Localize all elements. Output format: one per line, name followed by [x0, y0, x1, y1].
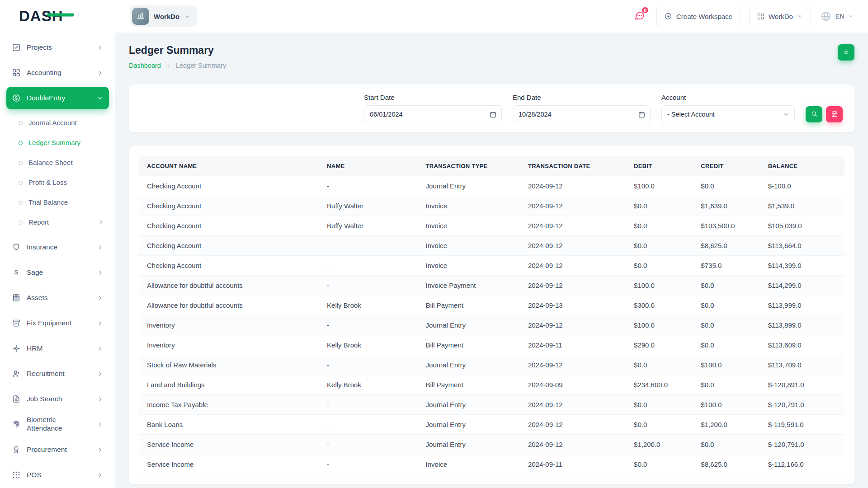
table-cell: Checking Account [139, 196, 319, 216]
table-cell: - [319, 395, 418, 415]
sidebar-subitem-trial-balance[interactable]: Trial Balance [6, 192, 109, 212]
page-header: Ledger Summary Dashboard Ledger Summary [129, 44, 854, 69]
table-cell: $0.0 [626, 415, 693, 435]
table-cell: Journal Entry [418, 315, 520, 335]
chevron-right-icon [97, 371, 104, 377]
end-date-input[interactable] [513, 105, 651, 123]
table-cell: $0.0 [693, 176, 760, 196]
chevron-right-icon [97, 269, 104, 276]
account-field: Account - Select Account [661, 94, 795, 123]
table-cell: Bill Payment [418, 335, 520, 355]
chevron-right-icon [97, 295, 104, 301]
table-head: ACCOUNT NAMENAMETRANSACTION TYPETRANSACT… [139, 156, 844, 176]
sidebar-item-doubleentry[interactable]: DoubleEntry [6, 87, 109, 109]
sidebar-item-biometric-attendance[interactable]: Biometric Attendance [6, 413, 109, 436]
chevron-right-icon [97, 320, 104, 327]
breadcrumb: Dashboard Ledger Summary [129, 62, 226, 69]
table-cell: Invoice [418, 196, 520, 216]
table-cell: $1,200.0 [693, 415, 760, 435]
workspace-menu-button[interactable]: WorkDo [749, 7, 811, 26]
table-cell: $-120,791.0 [760, 395, 844, 415]
chevron-right-icon [97, 70, 104, 76]
table-cell: $113,609.0 [760, 335, 844, 355]
table-cell: $105,039.0 [760, 216, 844, 236]
account-select[interactable]: - Select Account [662, 111, 794, 118]
table-cell: Allowance for doubtful accounts [139, 276, 319, 296]
sidebar-item-procurement[interactable]: Procurement [6, 438, 109, 461]
table-cell: - [319, 276, 418, 296]
download-icon [842, 48, 850, 57]
page-title: Ledger Summary [129, 44, 226, 56]
table-row: Income Tax Payable-Journal Entry2024-09-… [139, 395, 844, 415]
sidebar-item-sage[interactable]: Sage [6, 261, 109, 284]
sidebar-item-assets[interactable]: Assets [6, 286, 109, 309]
table-cell: Kelly Brook [319, 335, 418, 355]
table-cell: $0.0 [626, 216, 693, 236]
table-cell: - [319, 176, 418, 196]
table-row: Checking Account-Journal Entry2024-09-12… [139, 176, 844, 196]
table-cell: $114,299.0 [760, 276, 844, 296]
sidebar-subitem-report[interactable]: Report [6, 212, 109, 232]
table-cell: 2024-09-11 [520, 335, 626, 355]
table-cell: Buffy Walter [319, 216, 418, 236]
table-cell: 2024-09-11 [520, 455, 626, 474]
table-cell: $100.0 [693, 395, 760, 415]
table-cell: $113,999.0 [760, 296, 844, 315]
table-cell: $114,399.0 [760, 256, 844, 276]
table-cell: $0.0 [626, 236, 693, 256]
sidebar-subitem-ledger-summary[interactable]: Ledger Summary [6, 133, 109, 153]
sidebar-item-insurance[interactable]: Insurance [6, 236, 109, 258]
workspace-switcher[interactable]: WorkDo [130, 5, 197, 27]
apply-filter-button[interactable] [806, 106, 822, 122]
table-cell: $100.0 [626, 276, 693, 296]
start-date-input[interactable] [364, 105, 502, 123]
table-cell: $113,899.0 [760, 315, 844, 335]
page-title-block: Ledger Summary Dashboard Ledger Summary [129, 44, 226, 69]
download-button[interactable] [838, 44, 854, 61]
sidebar-item-label: Sage [27, 268, 91, 277]
table-cell: $-120,791.0 [760, 435, 844, 455]
sidebar-item-projects[interactable]: Projects [6, 36, 109, 59]
sidebar-item-accounting[interactable]: Accounting [6, 61, 109, 84]
end-date-field: End Date [513, 94, 651, 123]
create-workspace-button[interactable]: Create Workspace [656, 7, 740, 26]
workspace-icon [132, 8, 149, 25]
column-header-credit: CREDIT [693, 156, 760, 176]
reset-filter-button[interactable] [826, 106, 843, 122]
messages-button[interactable]: 0 [632, 9, 647, 24]
table-cell: $735.0 [693, 256, 760, 276]
building-icon [136, 11, 145, 22]
sidebar-item-hrm[interactable]: HRM [6, 337, 109, 360]
sidebar-item-pos[interactable]: POS [6, 464, 109, 486]
shield-icon [12, 243, 21, 252]
chevron-down-icon [184, 13, 191, 20]
table-cell: $0.0 [693, 276, 760, 296]
logo-dash-icon [47, 13, 74, 16]
bullet-icon [19, 141, 23, 145]
table-cell: Bill Payment [418, 296, 520, 315]
user-plus-icon [12, 369, 21, 378]
search-icon [811, 110, 818, 119]
table-cell: Journal Entry [418, 395, 520, 415]
table-cell: 2024-09-13 [520, 296, 626, 315]
sidebar-subitem-balance-sheet[interactable]: Balance Sheet [6, 153, 109, 173]
table-cell: Invoice [418, 256, 520, 276]
sidebar-item-fix-equipment[interactable]: Fix Equipment [6, 312, 109, 334]
sidebar-item-job-search[interactable]: Job Search [6, 388, 109, 410]
table-row: Bank Loans-Journal Entry2024-09-12$0.0$1… [139, 415, 844, 435]
language-selector[interactable]: EN [820, 10, 854, 22]
breadcrumb-dashboard-link[interactable]: Dashboard [129, 62, 161, 69]
sidebar-submenu-doubleentry: Journal AccountLedger SummaryBalance She… [6, 112, 109, 236]
sidebar-subitem-profit-loss[interactable]: Profit & Loss [6, 173, 109, 192]
sidebar-item-recruitment[interactable]: Recruitment [6, 362, 109, 385]
sidebar-item-label: Fix Equipment [27, 319, 91, 328]
bullet-icon [19, 181, 23, 185]
sidebar-subitem-journal-account[interactable]: Journal Account [6, 113, 109, 133]
table-cell: Service Income [139, 435, 319, 455]
table-cell: $103,500.0 [693, 216, 760, 236]
chevron-down-icon [97, 95, 104, 102]
table-cell: $8,625.0 [693, 455, 760, 474]
brand-logo[interactable]: DASH [0, 8, 115, 25]
table-cell: $1,639.0 [693, 196, 760, 216]
table-cell: Checking Account [139, 256, 319, 276]
